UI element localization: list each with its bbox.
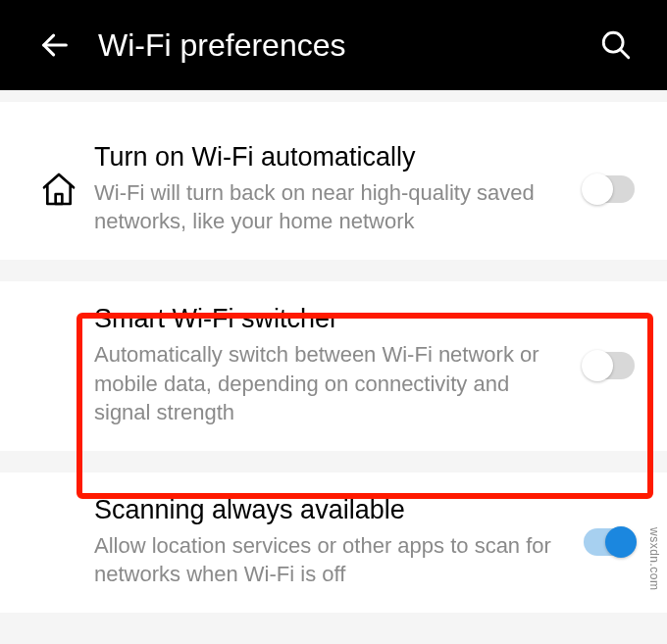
scanning-toggle[interactable]: [584, 528, 635, 556]
svg-line-2: [620, 49, 629, 58]
home-icon: [39, 170, 78, 209]
svg-rect-3: [56, 194, 63, 204]
setting-description: Automatically switch between Wi-Fi netwo…: [94, 340, 563, 427]
auto-wifi-toggle[interactable]: [584, 175, 635, 203]
back-arrow-icon: [38, 28, 72, 62]
page-title: Wi-Fi preferences: [98, 27, 592, 64]
setting-scanning[interactable]: Scanning always available Allow location…: [0, 472, 667, 613]
setting-auto-wifi[interactable]: Turn on Wi-Fi automatically Wi-Fi will t…: [0, 102, 667, 260]
setting-description: Allow location services or other apps to…: [94, 531, 563, 589]
setting-smart-switcher[interactable]: Smart Wi-Fi switcher Automatically switc…: [0, 281, 667, 451]
setting-title: Turn on Wi-Fi automatically: [94, 141, 563, 174]
setting-title: Smart Wi-Fi switcher: [94, 303, 563, 336]
smart-switcher-toggle[interactable]: [584, 352, 635, 379]
app-header: Wi-Fi preferences: [0, 0, 667, 90]
settings-list: Turn on Wi-Fi automatically Wi-Fi will t…: [0, 102, 667, 613]
back-button[interactable]: [31, 22, 78, 69]
watermark: wsxdn.com: [647, 527, 661, 591]
search-icon: [599, 28, 633, 62]
setting-description: Wi-Fi will turn back on near high-qualit…: [94, 178, 563, 236]
search-button[interactable]: [592, 22, 640, 69]
setting-title: Scanning always available: [94, 494, 563, 527]
